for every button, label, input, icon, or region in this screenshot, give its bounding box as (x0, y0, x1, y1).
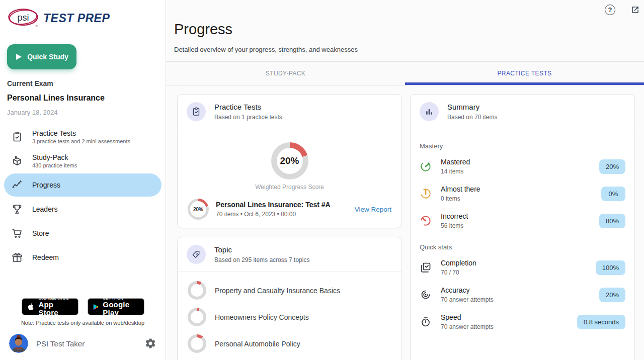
stat-badge: 100% (596, 260, 625, 275)
sidebar-item-practice-tests[interactable]: Practice Tests 3 practice tests and 2 mi… (4, 125, 162, 148)
quick-study-button[interactable]: Quick Study (7, 44, 76, 69)
topic-card-icon-circle (187, 245, 206, 264)
current-exam-label: Current Exam (7, 79, 158, 87)
topic-score-donut (188, 281, 206, 300)
stat-label: Incorrect (441, 212, 590, 220)
card-subtitle: Based on 70 items (447, 114, 497, 121)
google-play-badge[interactable]: GET IT ON Google Play (88, 298, 144, 315)
test-meta: 70 items • Oct 6, 2023 • 00:00 (216, 211, 348, 218)
tab-practice-tests[interactable]: PRACTICE TESTS (405, 62, 644, 85)
topic-name: Homeowners Policy Concepts (215, 313, 309, 321)
sidebar-item-progress[interactable]: Progress (4, 173, 162, 197)
help-icon[interactable]: ? (605, 5, 615, 15)
card-title: Summary (447, 103, 497, 111)
test-result-row: 20% Personal Lines Insurance: Test #A 70… (188, 199, 391, 220)
card-subtitle: Based on 1 practice tests (214, 114, 282, 121)
page-header: Progress Detailed overview of your progr… (166, 0, 644, 61)
cart-icon (11, 227, 23, 239)
sidebar-item-redeem[interactable]: Redeem (4, 246, 162, 269)
tab-study-pack[interactable]: STUDY-PACK (166, 62, 405, 85)
stat-label: Almost there (441, 185, 592, 193)
quick-stats-section-label: Quick stats (420, 243, 625, 251)
package-star-icon (11, 155, 23, 167)
page-subtitle: Detailed overview of your progress, stre… (174, 46, 644, 61)
tag-icon (191, 249, 201, 259)
brand-logo: psi ® TEST PREP (0, 7, 166, 29)
weighted-progress-caption: Weighted Progress Score (188, 184, 391, 191)
brand-name: TEST PREP (43, 12, 110, 25)
view-report-link[interactable]: View Report (355, 206, 391, 213)
quick-stat-row-speed: Speed 70 answer attempts 0.8 seconds (420, 308, 625, 335)
trend-sparkle-icon (11, 179, 23, 191)
pages-check-icon (420, 261, 432, 274)
stat-detail: 14 items (441, 168, 590, 175)
stat-detail: 70 answer attempts (441, 323, 568, 330)
nav-label: Leaders (32, 205, 58, 213)
exam-date: January 18, 2024 (7, 109, 158, 116)
test-name: Personal Lines Insurance: Test #A (216, 201, 348, 209)
play-icon (15, 53, 22, 60)
topic-score-donut (188, 334, 206, 353)
stat-badge: 20% (599, 159, 625, 174)
topic-row[interactable]: Property and Casualty Insurance Basics (178, 277, 401, 304)
stopwatch-icon (420, 316, 432, 328)
nav-label: Redeem (32, 253, 59, 261)
topic-row[interactable]: Homeowners Policy Concepts (178, 304, 401, 330)
summary-card-icon-circle (420, 102, 439, 121)
stat-label: Accuracy (441, 286, 590, 294)
page-title: Progress (174, 21, 644, 38)
practice-tests-card: Practice Tests Based on 1 practice tests… (177, 94, 402, 228)
gift-icon (11, 251, 23, 263)
clipboard-check-icon (11, 131, 23, 143)
gear-icon[interactable] (144, 337, 156, 349)
app-store-line2: App Store (38, 301, 73, 317)
nav-sublabel: 430 practice items (32, 162, 77, 168)
test-score-donut: 20% (188, 199, 209, 220)
apple-icon (27, 302, 35, 312)
stat-label: Completion (441, 259, 587, 267)
stat-badge: 80% (599, 214, 625, 228)
topic-score-donut (188, 308, 206, 326)
card-title: Topic (214, 245, 309, 254)
practice-tests-card-icon-circle (187, 102, 206, 121)
stat-label: Mastered (441, 158, 590, 166)
stat-badge: 0% (601, 187, 625, 201)
avatar[interactable] (9, 334, 28, 353)
profile-name: PSI Test Taker (36, 339, 136, 348)
sidebar-item-store[interactable]: Store (4, 222, 162, 245)
app-store-badge[interactable]: Download on the App Store (22, 298, 78, 315)
quick-stat-row-completion: Completion 70 / 70 100% (420, 254, 625, 281)
gauge-orange-icon (420, 188, 432, 200)
summary-card: Summary Based on 70 items Mastery (410, 94, 635, 360)
google-play-line2: Google Play (103, 301, 139, 317)
topic-card: Topic Based on 295 items across 7 topics… (177, 237, 402, 360)
profile-row: PSI Test Taker (0, 328, 166, 360)
mastery-row-mastered: Mastered 14 items 20% (420, 153, 625, 180)
sidebar-nav: Practice Tests 3 practice tests and 2 mi… (0, 124, 166, 270)
bar-chart-icon (424, 107, 434, 117)
google-play-icon (93, 302, 100, 312)
topic-name: Property and Casualty Insurance Basics (215, 287, 340, 295)
weighted-progress-value: 20% (271, 142, 308, 179)
sidebar: psi ® TEST PREP Quick Study Current Exam… (0, 0, 166, 360)
clipboard-check-icon (191, 107, 201, 117)
sidebar-item-leaders[interactable]: Leaders (4, 198, 162, 221)
nav-label: Practice Tests (32, 129, 130, 137)
sidebar-bottom: Download on the App Store GET IT ON Goog… (0, 298, 166, 360)
nav-label: Store (32, 229, 49, 237)
external-link-icon[interactable] (630, 5, 640, 15)
sidebar-item-study-pack[interactable]: Study-Pack 430 practice items (4, 149, 162, 172)
app-root: psi ® TEST PREP Quick Study Current Exam… (0, 0, 644, 360)
stat-detail: 0 items (441, 195, 592, 202)
quick-stat-row-accuracy: Accuracy 70 answer attempts 20% (420, 281, 625, 308)
stat-badge: 20% (599, 288, 625, 302)
topic-row[interactable]: Personal Automobile Policy (178, 330, 401, 357)
stat-label: Speed (441, 313, 568, 321)
gauge-red-icon (420, 215, 432, 227)
tab-bar: STUDY-PACK PRACTICE TESTS (166, 61, 644, 85)
mastery-row-almost-there: Almost there 0 items 0% (420, 180, 625, 207)
active-tab-indicator (405, 82, 644, 85)
svg-text:psi: psi (17, 13, 29, 23)
mobile-note: Note: Practice tests only available on w… (0, 320, 166, 326)
card-title: Practice Tests (214, 103, 282, 111)
